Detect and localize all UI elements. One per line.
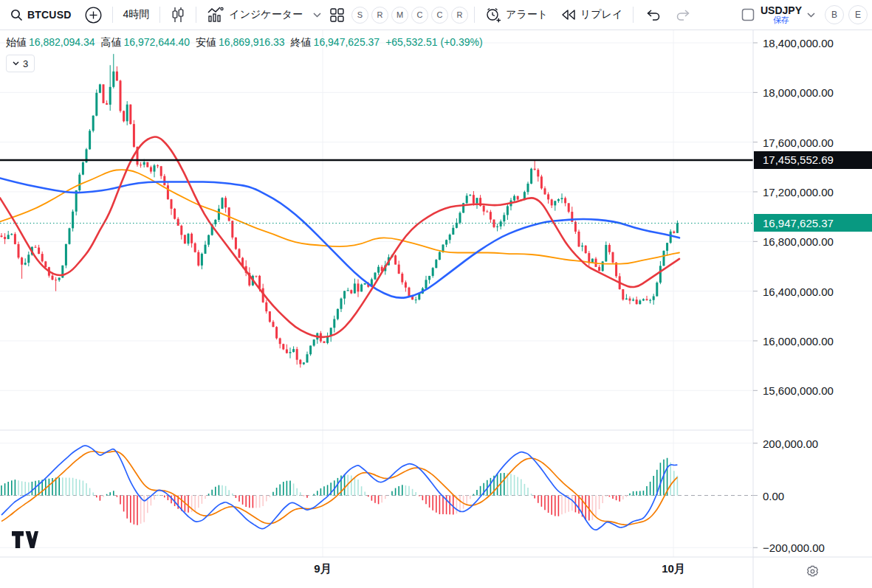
account-buttons: BE [820,5,868,24]
price-tick-label: 16,800,000.00 [763,235,834,248]
chart-type-button[interactable] [165,3,191,27]
axis-settings-gear-icon[interactable] [806,565,819,581]
price-line-value: 17,455,552.69 [763,153,834,166]
watchlist-symbol-name: USDJPY [761,5,802,16]
layout-preset-m-button[interactable]: M [391,7,408,24]
watchlist-dropdown-arrow[interactable] [803,3,819,27]
time-axis-label: 10月 [662,562,685,576]
change-value: +65,532.51 (+0.39%) [385,36,483,48]
watchlist-symbol[interactable]: USDJPY 保存 [761,5,802,24]
trading-chart-app: { "toolbar": { "symbol": "BTCUSD", "inte… [0,0,872,588]
chevron-down-icon [13,61,19,66]
symbol-name: BTCUSD [27,9,72,21]
replay-button[interactable]: リプレイ [555,3,628,27]
macd-tick-label: 0.00 [763,489,784,502]
account-b-button[interactable]: B [825,5,844,24]
price-line-tag: 17,455,552.69 [754,151,872,169]
chevron-down-icon [313,13,321,18]
alert-button[interactable]: アラート [479,3,554,27]
price-tick-label: 16,400,000.00 [763,285,834,297]
search-icon [10,9,23,21]
current-price-tag: 16,947,625.37 [754,214,872,232]
toolbar-divider [633,7,634,23]
layout-preset-buttons: SRMCCR [350,7,470,24]
indicators-button[interactable]: インジケーター [201,3,309,27]
grid-layout-icon [330,8,344,22]
collapsed-count: 3 [23,58,28,69]
high-value: 16,972,644.40 [124,36,190,49]
toolbar-divider [159,7,160,23]
price-tick-label: 15,600,000.00 [763,384,834,397]
indicators-collapse-badge[interactable]: 3 [6,55,35,72]
tradingview-logo[interactable] [12,530,38,552]
chart-canvas[interactable] [0,0,872,588]
layout-preset-r-button[interactable]: R [371,7,388,24]
interval-label: 4時間 [123,8,150,21]
watchlist-checkbox[interactable] [737,3,759,27]
high-label: 高値 [101,36,122,49]
macd-tick-label: 200,000.00 [763,437,818,449]
checkbox-icon [741,8,755,21]
toolbar-divider [196,7,196,23]
ohlc-legend: 始値16,882,094.34 高値16,972,644.40 安値16,869… [6,36,483,49]
low-label: 安値 [196,36,216,49]
time-axis-label: 9月 [314,562,331,576]
symbol-search-button[interactable]: BTCUSD [4,3,78,27]
price-tick-label: 17,600,000.00 [763,136,834,148]
chevron-down-icon [807,13,815,18]
price-tick-label: 16,000,000.00 [763,334,834,347]
top-toolbar: BTCUSD 4時間 インジケーター SRMCCR アラート [0,0,872,30]
undo-icon [645,10,660,21]
toolbar-divider [474,7,475,23]
open-value: 16,882,094.34 [29,36,95,49]
layout-preset-r-button[interactable]: R [451,7,468,24]
save-label[interactable]: 保存 [773,16,789,25]
account-e-button[interactable]: E [848,5,868,24]
open-label: 始値 [6,36,27,49]
replay-rewind-icon [561,9,576,21]
current-price-value: 16,947,625.37 [763,217,834,229]
toolbar-divider [112,7,113,23]
price-tick-label: 18,400,000.00 [763,37,834,49]
layout-preset-c-button[interactable]: C [411,7,428,24]
layout-preset-s-button[interactable]: S [351,7,368,24]
undo-button[interactable] [638,3,667,27]
alert-clock-icon [485,7,501,23]
compare-add-button[interactable] [79,3,108,27]
indicators-label: インジケーター [229,8,303,21]
price-tick-label: 18,000,000.00 [763,86,834,99]
alert-label: アラート [506,8,548,21]
candlestick-icon [171,7,185,23]
price-tick-label: 17,200,000.00 [763,185,834,198]
layout-grid-button[interactable] [326,3,349,27]
plus-circle-icon [85,7,102,24]
close-label: 終値 [291,36,312,49]
indicators-icon [207,7,224,23]
redo-button[interactable] [669,3,698,27]
close-value: 16,947,625.37 [314,36,380,49]
macd-tick-label: −200,000.00 [763,542,825,554]
replay-label: リプレイ [580,8,622,21]
indicators-dropdown-arrow[interactable] [310,3,324,27]
redo-icon [676,10,691,21]
interval-button[interactable]: 4時間 [117,3,156,27]
layout-preset-c-button[interactable]: C [431,7,448,24]
low-value: 16,869,916.33 [219,36,285,49]
